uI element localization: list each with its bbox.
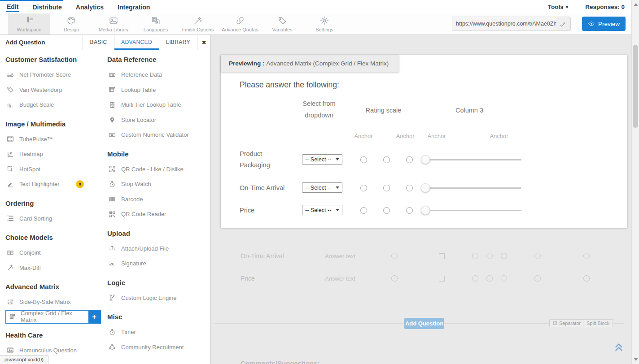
tab-library[interactable]: LIBRARY (159, 35, 197, 50)
question-type-multi-tier-lookup-table[interactable]: Multi Tier Lookup Table (107, 97, 209, 113)
gear-icon (320, 16, 329, 26)
reference-data-icon (108, 71, 116, 79)
preview-button[interactable]: Preview (582, 17, 626, 31)
question-type-attach-upload-file[interactable]: Attach/Upload File (107, 241, 209, 256)
hotspot-icon (6, 165, 14, 173)
question-type-community-recruitment[interactable]: Community Recruitment (107, 340, 209, 355)
question-type-signature[interactable]: Signature (107, 256, 209, 271)
slider-handle[interactable] (421, 206, 430, 215)
toolbar-item-label: Media Library (99, 27, 129, 32)
scrollbar-down-arrow-icon[interactable] (634, 358, 638, 361)
slider-handle[interactable] (421, 155, 430, 164)
slider-track[interactable] (425, 159, 521, 160)
question-type-reference-data[interactable]: Reference Data (107, 67, 209, 82)
preview-label: Preview (598, 21, 620, 27)
question-type-net-promoter-score[interactable]: Net Promoter Score (5, 67, 107, 82)
split-block-button[interactable]: Split Block (583, 319, 613, 327)
radio-button[interactable] (383, 207, 390, 214)
toolbar-item-advance-quotas[interactable]: Advance Quotas (219, 13, 261, 35)
status-bar: javascript:void(0) (0, 355, 48, 364)
question-type-label: Conjoint (19, 249, 41, 256)
question-type-custom-numeric-validator[interactable]: Custom Numeric Validator (107, 127, 209, 143)
question-type-budget-scale[interactable]: Budget Scale (5, 97, 107, 113)
radio-button[interactable] (360, 185, 367, 191)
panel-header: Add Question BASICADVANCEDLIBRARY ✖ (0, 35, 210, 50)
edit-url-button[interactable] (556, 17, 570, 30)
nav-item-analytics[interactable]: Analytics (75, 2, 104, 12)
slider-handle[interactable] (421, 183, 430, 192)
radio-button[interactable] (383, 156, 390, 163)
scrollbar-up-arrow-icon[interactable] (634, 3, 638, 6)
homunculus-icon (6, 346, 14, 354)
toolbar-item-variables[interactable]: Variables (261, 13, 303, 35)
slider-track[interactable] (425, 210, 521, 211)
answer-text-label: Answer text (325, 253, 355, 260)
toolbar-item-finish-options[interactable]: Finish Options (177, 13, 219, 35)
question-type-max-diff[interactable]: Max-Diff (5, 260, 107, 276)
add-selected-question-button[interactable]: + (88, 311, 100, 323)
question-type-tubepulse[interactable]: TubePulse™ (5, 132, 107, 147)
toolbar-item-languages[interactable]: Languages (135, 13, 177, 35)
survey-url[interactable]: https://www.questionpro.com/t/AMae0Zhr (452, 21, 556, 27)
page-scrollbar[interactable] (631, 0, 639, 364)
select-dropdown[interactable]: -- Select -- (302, 182, 342, 193)
tools-menu[interactable]: Tools ▾ (548, 4, 569, 10)
slider-track[interactable] (425, 187, 521, 189)
answer-text-label: Answer text (325, 275, 355, 282)
add-question-button[interactable]: Add Question (404, 318, 444, 329)
scrollbar-thumb[interactable] (633, 45, 638, 128)
toolbar-item-media-library[interactable]: Media Library (92, 13, 135, 35)
question-type-lookup-table[interactable]: Lookup Table (107, 82, 209, 98)
question-type-qr-code-reader[interactable]: QR Code Reader (107, 207, 209, 222)
nav-item-edit[interactable]: Edit (6, 1, 19, 12)
responses-count[interactable]: Responses: 0 (585, 4, 625, 10)
toolbar-item-settings[interactable]: Settings (303, 13, 346, 35)
tab-advanced[interactable]: ADVANCED (114, 35, 159, 50)
radio-button[interactable] (406, 207, 413, 214)
toolbar-item-design[interactable]: Design (50, 13, 92, 35)
select-dropdown[interactable]: -- Select -- (302, 154, 342, 165)
nav-item-distribute[interactable]: Distribute (32, 2, 62, 12)
question-type-stop-watch[interactable]: Stop Watch (107, 177, 209, 192)
scroll-to-top-button[interactable] (613, 341, 625, 354)
heatmap-icon (6, 150, 14, 158)
question-type-card-sorting[interactable]: Card Sorting (5, 211, 107, 226)
question-type-timer[interactable]: Timer (107, 325, 209, 340)
select-dropdown[interactable]: -- Select -- (302, 205, 342, 215)
question-type-custom-logic-engine[interactable]: Custom Logic Engine (107, 290, 209, 306)
anchor-label: Anchor (349, 133, 378, 139)
section-title: Health Care (5, 331, 107, 339)
section-logic: LogicCustom Logic Engine (107, 279, 209, 306)
radio-button (583, 253, 590, 259)
stopwatch-icon (108, 180, 116, 188)
question-type-store-locator[interactable]: Store Locator (107, 113, 209, 128)
radio-button[interactable] (406, 156, 413, 163)
grid-matrix-icon (6, 298, 14, 306)
question-type-hotspot[interactable]: HotSpot (5, 162, 107, 177)
pencil-icon (560, 21, 566, 27)
radio-button[interactable] (360, 207, 367, 214)
barcode-icon (108, 195, 116, 203)
radio-button[interactable] (406, 185, 413, 191)
separator-button[interactable]: ☑Separator (549, 319, 584, 327)
close-panel-button[interactable]: ✖ (197, 35, 210, 50)
question-type-van-westendorp[interactable]: Van Westendorp (5, 82, 107, 98)
question-type-barcode[interactable]: Barcode (107, 192, 209, 207)
radio-button (472, 275, 478, 282)
question-type-text-highlighter[interactable]: Text Highlighter (5, 177, 107, 192)
tab-basic[interactable]: BASIC (83, 35, 114, 50)
radio-button[interactable] (383, 185, 390, 191)
radio-button (501, 275, 507, 282)
film-icon (6, 135, 14, 143)
branch-icon (108, 294, 116, 302)
question-type-complex-grid-flex-matrix[interactable]: Complex Grid / Flex Matrix+ (5, 310, 101, 324)
nav-item-integration[interactable]: Integration (117, 2, 150, 12)
question-type-heatmap[interactable]: Heatmap (5, 147, 107, 162)
question-type-side-by-side-matrix[interactable]: Side-By-Side Matrix (5, 295, 107, 310)
section-title: Misc (107, 313, 209, 321)
survey-url-box: https://www.questionpro.com/t/AMae0Zhr (452, 17, 571, 31)
question-type-qr-code-like-dislike[interactable]: QR Code - Like / Dislike (107, 162, 209, 177)
toolbar-item-workspace[interactable]: Workspace (8, 13, 50, 35)
question-type-conjoint[interactable]: Conjoint (5, 245, 107, 260)
radio-button[interactable] (360, 156, 367, 163)
